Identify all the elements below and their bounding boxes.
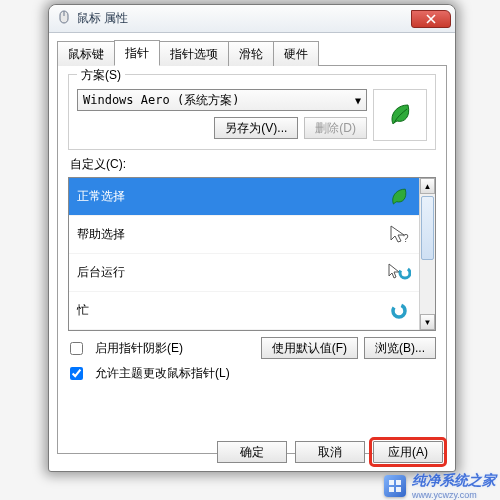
tab-pointer-options[interactable]: 指针选项 xyxy=(159,41,229,66)
delete-button: 删除(D) xyxy=(304,117,367,139)
customize-label: 自定义(C): xyxy=(70,156,436,173)
svg-text:?: ? xyxy=(403,233,409,244)
cursor-list: 正常选择 帮助选择 ? 后台运行 xyxy=(68,177,436,331)
apply-button[interactable]: 应用(A) xyxy=(373,441,443,463)
watermark: 纯净系统之家 www.ycwzy.com xyxy=(384,472,496,500)
scheme-preview xyxy=(373,89,427,141)
list-item[interactable]: 正常选择 xyxy=(69,178,419,216)
tab-hardware[interactable]: 硬件 xyxy=(273,41,319,66)
list-item[interactable]: 帮助选择 ? xyxy=(69,216,419,254)
scheme-legend: 方案(S) xyxy=(77,67,125,84)
close-button[interactable] xyxy=(411,10,451,28)
tab-buttons[interactable]: 鼠标键 xyxy=(57,41,115,66)
dialog-buttons: 确定 取消 应用(A) xyxy=(217,441,443,463)
list-scrollbar[interactable]: ▲ ▼ xyxy=(419,178,435,330)
svg-rect-6 xyxy=(389,487,394,492)
scroll-down-button[interactable]: ▼ xyxy=(420,314,435,330)
svg-rect-7 xyxy=(396,487,401,492)
tab-wheel[interactable]: 滑轮 xyxy=(228,41,274,66)
theme-row: 允许主题更改鼠标指针(L) xyxy=(68,365,436,382)
titlebar: 鼠标 属性 xyxy=(49,5,455,33)
cancel-button[interactable]: 取消 xyxy=(295,441,365,463)
allow-theme-checkbox[interactable] xyxy=(70,367,83,380)
busy-ring-icon xyxy=(387,299,411,323)
arrow-busy-icon xyxy=(387,261,411,285)
browse-button[interactable]: 浏览(B)... xyxy=(364,337,436,359)
watermark-url: www.ycwzy.com xyxy=(412,490,496,500)
use-default-button[interactable]: 使用默认值(F) xyxy=(261,337,358,359)
watermark-text: 纯净系统之家 xyxy=(412,472,496,490)
scheme-dropdown[interactable]: Windows Aero (系统方案) ▼ xyxy=(77,89,367,111)
list-item[interactable]: 后台运行 xyxy=(69,254,419,292)
svg-point-2 xyxy=(400,268,410,278)
watermark-logo-icon xyxy=(384,475,406,497)
leaf-icon xyxy=(387,185,411,209)
mouse-icon xyxy=(57,10,71,27)
chevron-down-icon: ▼ xyxy=(355,95,361,106)
pointer-shadow-label: 启用指针阴影(E) xyxy=(95,340,183,357)
close-icon xyxy=(426,14,436,24)
tab-pointers[interactable]: 指针 xyxy=(114,40,160,66)
scroll-track[interactable] xyxy=(420,194,435,314)
mouse-properties-dialog: 鼠标 属性 鼠标键 指针 指针选项 滑轮 硬件 方案(S) Windows Ae… xyxy=(48,4,456,472)
allow-theme-label: 允许主题更改鼠标指针(L) xyxy=(95,365,230,382)
list-item[interactable]: 忙 xyxy=(69,292,419,330)
tab-body-pointers: 方案(S) Windows Aero (系统方案) ▼ 另存为(V)... 删除… xyxy=(57,66,447,454)
ok-button[interactable]: 确定 xyxy=(217,441,287,463)
svg-rect-4 xyxy=(389,480,394,485)
scroll-up-button[interactable]: ▲ xyxy=(420,178,435,194)
shadow-row: 启用指针阴影(E) 使用默认值(F) 浏览(B)... xyxy=(68,337,436,359)
window-title: 鼠标 属性 xyxy=(77,10,411,27)
list-item[interactable]: 精确选择 xyxy=(69,330,419,331)
svg-point-3 xyxy=(393,305,405,317)
svg-rect-5 xyxy=(396,480,401,485)
scheme-value: Windows Aero (系统方案) xyxy=(83,92,239,109)
scroll-thumb[interactable] xyxy=(421,196,434,260)
tabstrip: 鼠标键 指针 指针选项 滑轮 硬件 xyxy=(57,39,447,66)
scheme-group: 方案(S) Windows Aero (系统方案) ▼ 另存为(V)... 删除… xyxy=(68,74,436,150)
arrow-help-icon: ? xyxy=(387,223,411,247)
pointer-shadow-checkbox[interactable] xyxy=(70,342,83,355)
save-as-button[interactable]: 另存为(V)... xyxy=(214,117,298,139)
leaf-icon xyxy=(386,101,414,129)
